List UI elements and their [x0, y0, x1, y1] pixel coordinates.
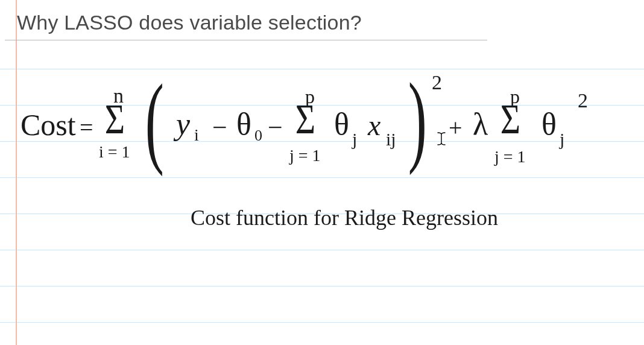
squared-1: 2	[432, 71, 442, 94]
rule-line	[0, 105, 644, 106]
eq-equals: =	[80, 113, 93, 142]
thetaj2-sub: j	[560, 129, 564, 150]
sum2-sigma: Σ	[295, 95, 315, 144]
paren-close: )	[408, 60, 427, 178]
sum2-bot: j = 1	[289, 146, 321, 165]
rule-line	[0, 286, 644, 286]
sum3-sigma: Σ	[500, 95, 520, 144]
theta0-sub: 0	[254, 127, 262, 145]
thetaj2: θ	[541, 106, 557, 142]
rule-line	[0, 322, 644, 323]
title-underline	[5, 40, 487, 40]
rule-line	[0, 250, 644, 250]
rule-line	[0, 69, 644, 69]
term-yi-sub: i	[194, 125, 199, 145]
eq-lhs: Cost	[21, 107, 76, 142]
xij: x	[368, 109, 380, 142]
theta0: θ	[236, 106, 251, 142]
vertical-margin-line	[16, 0, 17, 345]
term-yi: y	[176, 106, 190, 142]
equation-caption: Cost function for Ridge Regression	[191, 205, 498, 230]
paren-open: (	[145, 62, 164, 179]
sum1-bot: i = 1	[99, 142, 130, 162]
xij-sub: ij	[386, 129, 396, 150]
sum1-sigma: Σ	[105, 95, 125, 144]
page-title: Why LASSO does variable selection?	[17, 11, 362, 34]
minus1: −	[212, 112, 227, 143]
sum3-bot: j = 1	[494, 147, 526, 166]
thetaj-sub: j	[352, 129, 357, 150]
squared-2: 2	[578, 89, 588, 112]
text-cursor-icon	[437, 131, 447, 146]
lined-paper	[0, 0, 644, 345]
thetaj: θ	[334, 106, 349, 142]
minus2: −	[268, 112, 283, 143]
plus: +	[449, 113, 462, 142]
rule-line	[0, 177, 644, 178]
lambda: λ	[473, 106, 488, 142]
